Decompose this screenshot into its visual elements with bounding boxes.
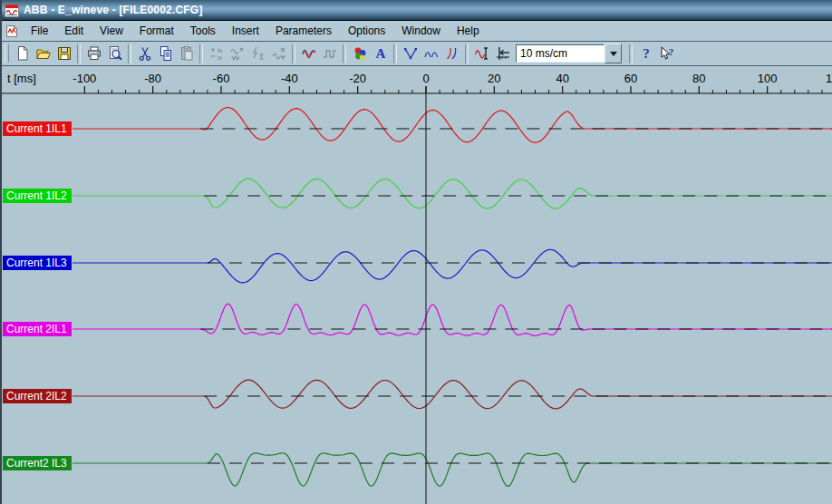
menu-tools[interactable]: Tools	[182, 23, 224, 39]
edit-curve-button	[268, 43, 289, 64]
trace-label[interactable]: Current 2IL2	[3, 389, 72, 403]
cut-button[interactable]	[134, 43, 155, 64]
measure-t-t-button	[247, 43, 268, 64]
axis-tick-label: -40	[269, 72, 309, 85]
waveform-trace[interactable]	[73, 304, 832, 335]
axis-tick-label: 0	[406, 72, 446, 85]
titlebar[interactable]: ABB - E_wineve - [FILE0002.CFG]	[2, 0, 832, 21]
double-curve-icon	[423, 45, 440, 62]
edit-signal-list-icon	[208, 45, 225, 62]
edit-curve-icon	[271, 45, 287, 62]
slope-curve-button[interactable]	[441, 43, 462, 64]
copy-button[interactable]	[155, 43, 176, 64]
help-icon: ?	[638, 45, 654, 62]
app-icon	[5, 4, 19, 17]
toolbar-separator	[199, 44, 203, 63]
oscillogram-canvas[interactable]	[2, 66, 832, 504]
chevron-down-icon	[610, 52, 617, 56]
trace-label[interactable]: Current2 IL3	[3, 456, 72, 470]
trace-label[interactable]: Current 1IL1	[3, 121, 72, 136]
slope-curve-icon	[444, 45, 460, 62]
axis-tick-label: 80	[679, 72, 719, 85]
colors-icon	[352, 45, 368, 62]
toolbar: A	[2, 41, 832, 66]
trace-label[interactable]: Current 1IL2	[3, 189, 72, 203]
waveform-trace[interactable]	[73, 380, 832, 409]
analog-signals-icon	[301, 45, 317, 62]
axis-tick-label: -80	[133, 72, 173, 85]
edit-scaling-button	[227, 43, 247, 64]
save-button[interactable]	[53, 43, 74, 64]
axis-tick-label: 60	[611, 72, 651, 85]
context-help-icon: ?	[659, 45, 675, 62]
marker-curve-button[interactable]	[400, 43, 421, 64]
axis-tick-label: 100	[748, 72, 788, 85]
print-preview-button[interactable]	[104, 43, 125, 64]
waveform-plot[interactable]: t [ms] -100-80-60-40-20020406080100120 C…	[2, 66, 832, 504]
toolbar-separator	[343, 44, 346, 63]
paste-icon	[179, 45, 195, 62]
toolbar-separator	[77, 44, 81, 63]
waveform-trace[interactable]	[73, 453, 832, 487]
open-icon	[35, 45, 52, 62]
marker-curve-icon	[402, 45, 419, 62]
trace-label[interactable]: Current 1IL3	[3, 256, 72, 270]
app-window: ABB - E_wineve - [FILE0002.CFG] File Edi…	[0, 0, 832, 504]
menu-options[interactable]: Options	[340, 23, 393, 39]
binary-signals-button	[319, 43, 340, 64]
menu-insert[interactable]: Insert	[224, 23, 267, 39]
binary-signals-icon	[322, 45, 338, 62]
document-icon[interactable]	[5, 24, 19, 38]
time-scale-combobox[interactable]: 10 ms/cm	[516, 44, 622, 63]
time-axis-label: t [ms]	[7, 72, 36, 85]
analog-signals-button[interactable]	[298, 43, 319, 64]
print-preview-icon	[107, 45, 123, 62]
font-icon: A	[372, 45, 389, 62]
double-curve-button[interactable]	[421, 43, 441, 64]
colors-button[interactable]	[349, 43, 370, 64]
combo-dropdown-button[interactable]	[605, 44, 622, 63]
font-button[interactable]: A	[370, 43, 391, 64]
waveform-trace[interactable]	[73, 179, 832, 208]
print-button[interactable]	[83, 43, 104, 64]
window-title: ABB - E_wineve - [FILE0002.CFG]	[24, 4, 203, 16]
cut-icon	[137, 45, 153, 62]
toolbar-separator	[629, 44, 633, 63]
edit-signal-list-button	[206, 43, 227, 64]
axis-tick-label: -20	[338, 72, 378, 85]
help-button[interactable]: ?	[635, 43, 656, 64]
new-button[interactable]	[12, 43, 33, 64]
time-scale-value[interactable]: 10 ms/cm	[516, 44, 605, 63]
copy-icon	[158, 45, 174, 62]
axis-tick-label: -100	[64, 72, 104, 85]
menu-edit[interactable]: Edit	[56, 23, 92, 39]
toolbar-gripper[interactable]	[5, 44, 9, 63]
svg-text:?: ?	[668, 46, 673, 57]
open-button[interactable]	[33, 43, 53, 64]
new-icon	[15, 45, 31, 62]
toolbar-separator	[128, 44, 131, 63]
axis-tick-label: -60	[201, 72, 241, 85]
waveform-trace[interactable]	[73, 249, 832, 282]
menu-help[interactable]: Help	[449, 23, 488, 39]
cursor-on-wave-icon	[474, 45, 490, 62]
toolbar-separator	[465, 44, 469, 63]
menu-view[interactable]: View	[92, 23, 131, 39]
save-icon	[56, 45, 73, 62]
trace-label[interactable]: Current 2IL1	[3, 322, 72, 336]
axis-tick-label: 120	[816, 72, 832, 85]
svg-text:A: A	[375, 46, 385, 61]
edit-scaling-icon	[229, 45, 246, 62]
menu-window[interactable]: Window	[393, 23, 449, 39]
axis-tick-label: 40	[543, 72, 583, 85]
menu-format[interactable]: Format	[131, 23, 182, 39]
time-base-button[interactable]	[492, 43, 513, 64]
axis-tick-label: 20	[474, 72, 514, 85]
menu-file[interactable]: File	[23, 23, 56, 39]
menu-parameters[interactable]: Parameters	[267, 23, 340, 39]
waveform-trace[interactable]	[73, 108, 832, 143]
menubar: File Edit View Format Tools Insert Param…	[2, 21, 832, 41]
cursor-on-wave-button[interactable]	[471, 43, 492, 64]
toolbar-separator	[292, 44, 295, 63]
context-help-button[interactable]: ?	[656, 43, 677, 64]
